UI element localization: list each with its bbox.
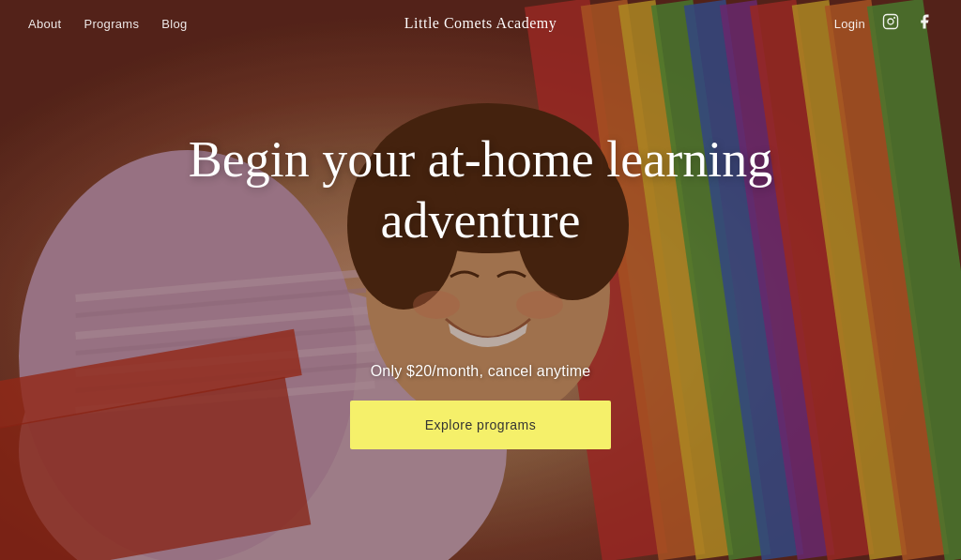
site-title: Little Comets Academy xyxy=(404,15,557,31)
nav-right: Login xyxy=(834,13,933,34)
nav-programs[interactable]: Programs xyxy=(84,17,139,31)
nav-about[interactable]: About xyxy=(28,17,61,31)
hero-content: Begin your at-home learning adventure On… xyxy=(0,0,961,560)
instagram-icon[interactable] xyxy=(882,13,899,34)
svg-rect-30 xyxy=(884,15,898,29)
facebook-icon[interactable] xyxy=(916,13,933,34)
explore-programs-button[interactable]: Explore programs xyxy=(350,401,612,449)
nav-login[interactable]: Login xyxy=(834,17,865,31)
hero-headline: Begin your at-home learning adventure xyxy=(180,129,781,251)
svg-point-31 xyxy=(888,19,893,24)
nav-left: About Programs Blog xyxy=(28,17,187,31)
navbar: About Programs Blog Little Comets Academ… xyxy=(0,0,961,47)
nav-center: Little Comets Academy xyxy=(404,15,557,32)
hero-subtext: Only $20/month, cancel anytime xyxy=(371,363,591,380)
svg-point-32 xyxy=(894,18,895,19)
hero-section: About Programs Blog Little Comets Academ… xyxy=(0,0,961,560)
nav-blog[interactable]: Blog xyxy=(161,17,187,31)
